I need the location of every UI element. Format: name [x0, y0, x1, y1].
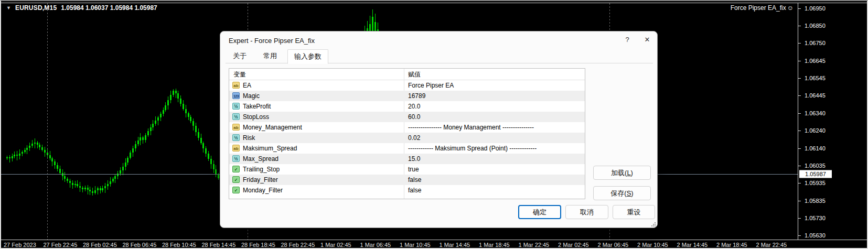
current-price-tag: 1.05987	[799, 170, 832, 178]
param-name: Monday_Filter	[243, 187, 283, 194]
param-row-TakeProfit[interactable]: ½TakeProfit20.0	[229, 101, 585, 112]
bool-type-icon: ✓	[232, 166, 240, 172]
axis-tick	[798, 61, 801, 61]
price-label: 1.05835	[805, 198, 826, 204]
tab-0[interactable]: 关于	[227, 49, 255, 63]
param-value[interactable]: Force Pipser EA	[408, 82, 454, 89]
string-type-icon: ab	[232, 82, 240, 89]
price-label: 1.06140	[805, 145, 826, 151]
double-type-icon: ½	[232, 113, 240, 120]
table-header-row: 变量 赋值	[229, 69, 585, 80]
axis-tick	[798, 148, 801, 149]
time-label: 1 Mar 02:45	[320, 242, 351, 248]
double-type-icon: ½	[232, 155, 240, 162]
symbol-timeframe-label: EURUSD,M15	[15, 4, 57, 12]
param-row-Friday_Filter[interactable]: ✓Friday_Filterfalse	[229, 175, 585, 185]
param-value[interactable]: false	[408, 176, 421, 183]
price-label: 1.05630	[805, 232, 826, 239]
day-separator-line	[47, 3, 48, 240]
param-value[interactable]: 20.0	[408, 103, 420, 110]
param-name: Money_Management	[243, 124, 302, 131]
load-button[interactable]: 加载(L)	[593, 166, 651, 180]
bool-type-icon: ✓	[232, 187, 240, 193]
cancel-button[interactable]: 取消	[565, 205, 608, 219]
param-row-Trailing_Stop[interactable]: ✓Trailing_Stoptrue	[229, 164, 585, 175]
param-value[interactable]: 0.02	[408, 134, 420, 142]
mt4-terminal-window: ▼ EURUSD,M15 1.05984 1.06037 1.05984 1.0…	[0, 0, 868, 249]
axis-tick	[798, 113, 801, 114]
axis-tick	[798, 218, 801, 219]
param-row-EA[interactable]: abEAForce Pipser EA	[229, 80, 585, 91]
param-value[interactable]: 16789	[408, 92, 425, 100]
param-name: Trailing_Stop	[243, 166, 280, 173]
param-row-Max_Spread[interactable]: ½Max_Spread15.0	[229, 154, 585, 164]
input-parameters-table[interactable]: 变量 赋值 abEAForce Pipser EA123Magic16789½T…	[229, 68, 585, 199]
dialog-tab-strip: 关于常用输入参数	[226, 49, 653, 63]
time-label: 1 Mar 06:45	[360, 242, 391, 248]
time-label: 28 Feb 18:45	[241, 242, 275, 248]
axis-tick	[798, 166, 801, 166]
time-label: 2 Mar 06:45	[598, 242, 629, 248]
axis-tick	[798, 131, 801, 131]
param-row-Magic[interactable]: 123Magic16789	[229, 91, 585, 101]
price-label: 1.05730	[805, 215, 826, 221]
axis-tick	[798, 43, 801, 44]
chart-dropdown-icon[interactable]: ▼	[6, 5, 11, 10]
param-value[interactable]: false	[408, 187, 421, 194]
axis-tick	[798, 183, 801, 183]
price-label: 1.06035	[805, 163, 826, 169]
string-type-icon: ab	[232, 145, 240, 151]
help-icon[interactable]: ?	[620, 36, 635, 46]
time-label: 28 Feb 14:45	[202, 242, 236, 248]
price-label: 1.06240	[805, 127, 826, 134]
reset-button[interactable]: 重设	[613, 205, 655, 219]
price-label: 1.06850	[805, 23, 826, 29]
param-value[interactable]: 15.0	[408, 155, 420, 163]
price-label: 1.05935	[805, 180, 826, 186]
time-label: 2 Mar 14:45	[677, 242, 708, 248]
ea-status-corner: Force Pipser EA_fix ☺	[731, 4, 794, 12]
axis-tick	[798, 95, 801, 96]
time-label: 1 Mar 10:45	[400, 242, 431, 248]
price-label: 1.06445	[805, 92, 826, 99]
save-button[interactable]: 保存(S)	[593, 186, 651, 200]
time-label: 27 Feb 22:45	[44, 242, 78, 248]
resize-grip-icon[interactable]	[651, 222, 656, 226]
double-type-icon: ½	[232, 103, 240, 110]
param-row-Maksimum_Spread[interactable]: abMaksimum_Spread------------ Maksimum S…	[229, 143, 585, 154]
param-value[interactable]: 60.0	[408, 113, 420, 121]
param-row-Monday_Filter[interactable]: ✓Monday_Filterfalse	[229, 185, 585, 196]
param-name: Max_Spread	[243, 155, 278, 163]
param-value[interactable]: ---------------- Money Management ------…	[408, 124, 534, 131]
time-label: 2 Mar 22:45	[756, 242, 787, 248]
time-label: 28 Feb 22:45	[281, 242, 315, 248]
time-label: 28 Feb 10:45	[162, 242, 196, 248]
column-header-variable: 变量	[233, 70, 246, 79]
param-value[interactable]: true	[408, 166, 419, 173]
param-row-Risk[interactable]: ½Risk0.02	[229, 133, 585, 143]
time-label: 2 Mar 02:45	[558, 242, 589, 248]
param-name: Risk	[243, 134, 255, 142]
ea-smiley-icon: ☺	[787, 4, 794, 12]
axis-tick	[798, 235, 801, 236]
time-label: 2 Mar 18:45	[716, 242, 747, 248]
ok-button[interactable]: 确定	[518, 205, 561, 219]
price-axis[interactable]: 1.069501.068501.067501.066451.065451.064…	[798, 1, 868, 240]
tab-2[interactable]: 输入参数	[287, 49, 328, 64]
axis-tick	[798, 78, 801, 79]
time-label: 28 Feb 06:45	[123, 242, 157, 248]
dialog-title: Expert - Force Pipser EA_fix	[229, 37, 315, 45]
param-row-Money_Management[interactable]: abMoney_Management---------------- Money…	[229, 122, 585, 133]
tab-1[interactable]: 常用	[257, 49, 285, 63]
param-name: Maksimum_Spread	[243, 145, 297, 152]
param-value[interactable]: ------------ Maksimum Spread (Point) ---…	[408, 145, 537, 152]
close-icon[interactable]: ✕	[640, 36, 655, 46]
ea-name-label: Force Pipser EA_fix	[731, 4, 786, 12]
time-label: 28 Feb 02:45	[83, 242, 117, 248]
double-type-icon: ½	[232, 134, 240, 141]
param-row-StopLoss[interactable]: ½StopLoss60.0	[229, 112, 585, 122]
param-name: TakeProfit	[243, 103, 271, 110]
time-label: 27 Feb 2023	[4, 242, 36, 248]
time-axis[interactable]: 27 Feb 202327 Feb 22:4528 Feb 02:4528 Fe…	[1, 241, 868, 249]
ohlc-readout: 1.05984 1.06037 1.05984 1.05987	[61, 4, 157, 12]
